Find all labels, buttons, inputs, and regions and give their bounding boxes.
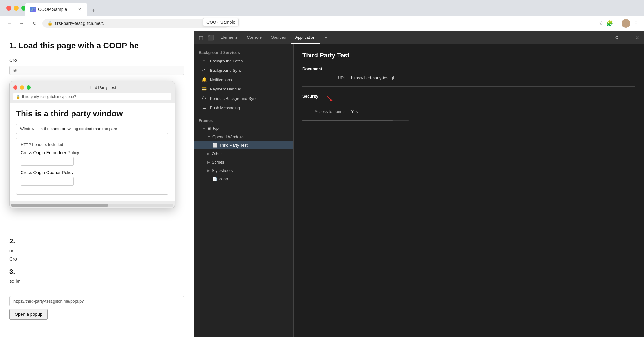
page-content: 1. Load this page with a COOP he Cro htt…: [0, 31, 194, 337]
access-opener-field: Access to opener Yes: [302, 109, 635, 114]
browser-tab[interactable]: 🔗 COOP Sample ✕: [25, 3, 87, 16]
sidebar-item-scripts[interactable]: ▶ Scripts: [194, 158, 293, 166]
popup-lock-icon: 🔒: [16, 95, 20, 99]
tab-title: COOP Sample: [38, 7, 74, 12]
devtools-close-icon[interactable]: ✕: [632, 33, 642, 42]
sidebar-item-third-party-test[interactable]: ⬜ Third Party Test: [194, 141, 293, 149]
popup-input-1[interactable]: [21, 157, 74, 166]
url-field: URL https://third-party-test.gl: [302, 76, 635, 80]
sidebar-item-notifications[interactable]: 🔔 Notifications: [194, 75, 293, 84]
popup-body-title: This is a third party window: [16, 109, 168, 119]
payment-handler-icon: 💳: [201, 86, 207, 91]
access-opener-value: Yes: [351, 109, 358, 114]
sidebar-item-push-messaging[interactable]: ☁ Push Messaging: [194, 103, 293, 112]
other-arrow-icon: ▶: [207, 152, 210, 155]
security-section-title: Security: [302, 94, 318, 99]
cross-text-2: Cro: [9, 256, 184, 261]
document-section: Document URL https://third-party-test.gl: [302, 66, 635, 80]
popup-title: Third Party Test: [33, 85, 171, 90]
tab-close-icon[interactable]: ✕: [77, 7, 82, 12]
sidebar-item-background-sync[interactable]: ↺ Background Sync: [194, 66, 293, 75]
document-section-title: Document: [302, 66, 635, 71]
address-input[interactable]: 🔒 first-party-test.glitch.me/c: [42, 19, 230, 28]
extensions-icon[interactable]: 🧩: [606, 20, 613, 27]
tab-console[interactable]: Console: [242, 31, 266, 44]
url-field-label: URL: [302, 76, 346, 80]
background-fetch-icon: ↕: [201, 58, 207, 63]
minimize-button[interactable]: [14, 6, 19, 11]
page-title: 1. Load this page with a COOP he: [9, 41, 184, 51]
popup-minimize-button[interactable]: [20, 85, 24, 90]
popup-input-2[interactable]: [21, 177, 74, 186]
reload-button[interactable]: ↻: [30, 19, 39, 28]
popup-info-bar: Window is in the same browsing context t…: [16, 124, 168, 134]
popup-url-value: https://third-party-test.glitch.me/popup…: [13, 299, 84, 304]
red-arrow-icon: ←: [322, 90, 339, 107]
toolbar-right: ☆ 🧩 ≡ ⋮: [599, 19, 639, 28]
sidebar-item-payment-handler[interactable]: 💳 Payment Handler: [194, 84, 293, 94]
popup-url-field[interactable]: https://third-party-test.glitch.me/popup…: [9, 296, 184, 306]
tab-sources[interactable]: Sources: [267, 31, 290, 44]
panel-progress-fill: [302, 120, 393, 121]
devtools-body: Background Services ↕ Background Fetch ↺…: [194, 44, 644, 337]
top-arrow-icon: ▼: [202, 127, 206, 130]
sidebar-item-third-party-test-label: Third Party Test: [219, 143, 288, 148]
tab-elements-label: Elements: [220, 35, 237, 40]
cross-text-1: Cro: [9, 57, 184, 63]
sidebar-item-opened-windows-label: Opened Windows: [212, 134, 288, 139]
browser-menu-icon[interactable]: ⋮: [633, 20, 639, 27]
sidebar-item-top[interactable]: ▼ ▣ top: [194, 124, 293, 133]
tab-application[interactable]: Application: [291, 31, 320, 44]
tab-more[interactable]: »: [320, 31, 331, 44]
panel-title: Third Party Test: [302, 52, 635, 59]
open-popup-button[interactable]: Open a popup: [9, 309, 48, 320]
popup-label-1: Cross Origin Embedder Policy: [21, 150, 164, 155]
user-avatar[interactable]: [622, 19, 630, 28]
sidebar-item-other[interactable]: ▶ Other: [194, 149, 293, 158]
cursor-icon[interactable]: ⬚: [196, 33, 206, 42]
sidebar-item-coop[interactable]: 📄 coop: [194, 175, 293, 183]
section-3-num: 3.: [9, 268, 184, 276]
sidebar-item-periodic-bg-sync-label: Periodic Background Sync: [210, 96, 288, 101]
popup-maximize-button[interactable]: [27, 85, 31, 90]
popup-label-2: Cross Origin Opener Policy: [21, 170, 164, 175]
back-button[interactable]: ←: [5, 19, 14, 28]
popup-scrollbar[interactable]: [11, 204, 173, 207]
popup-close-button[interactable]: [13, 85, 17, 90]
sidebar-item-scripts-label: Scripts: [212, 160, 288, 164]
popup-address-text: third-party-test.glitch.me/popup?: [22, 95, 76, 99]
popup-section-box: HTTP headers included Cross Origin Embed…: [16, 138, 168, 195]
sidebar-item-background-fetch[interactable]: ↕ Background Fetch: [194, 56, 293, 66]
sidebar-item-push-messaging-label: Push Messaging: [210, 105, 288, 110]
opened-windows-arrow-icon: ▼: [207, 135, 211, 139]
sidebar-item-opened-windows[interactable]: ▼ Opened Windows: [194, 133, 293, 141]
tab-elements[interactable]: Elements: [216, 31, 242, 44]
sidebar-item-periodic-bg-sync[interactable]: ⏱ Periodic Background Sync: [194, 94, 293, 103]
cast-icon[interactable]: ≡: [616, 20, 619, 27]
window-controls[interactable]: [6, 6, 26, 11]
section-3-text: se br: [9, 278, 184, 284]
panel-progress-bar: [302, 120, 409, 121]
sidebar-item-payment-handler-label: Payment Handler: [210, 87, 288, 91]
coop-file-icon: 📄: [212, 177, 217, 181]
forward-button[interactable]: →: [17, 19, 26, 28]
access-opener-label: Access to opener: [302, 109, 346, 114]
bookmark-icon[interactable]: ☆: [599, 20, 604, 27]
periodic-bg-sync-icon: ⏱: [201, 96, 207, 101]
devtools-main-panel: Third Party Test Document URL https://th…: [294, 44, 644, 337]
sidebar-item-stylesheets[interactable]: ▶ Stylesheets: [194, 166, 293, 175]
popup-body: This is a third party window Window is i…: [10, 103, 175, 201]
tab-favicon: 🔗: [30, 7, 36, 12]
background-services-header: Background Services: [194, 48, 293, 56]
tab-sources-label: Sources: [271, 35, 286, 40]
sidebar-item-notifications-label: Notifications: [210, 77, 288, 82]
devtools-menu-icon[interactable]: ⋮: [622, 33, 632, 42]
new-tab-button[interactable]: +: [89, 6, 98, 16]
devtools-settings-icon[interactable]: ⚙: [612, 33, 622, 42]
sidebar-item-top-label: top: [213, 126, 288, 131]
popup-address-bar[interactable]: 🔒 third-party-test.glitch.me/popup?: [13, 93, 171, 100]
close-button[interactable]: [6, 6, 11, 11]
inspect-icon[interactable]: ⬛: [206, 33, 215, 42]
sidebar-item-background-sync-label: Background Sync: [210, 68, 288, 73]
top-frame-icon: ▣: [207, 126, 211, 131]
